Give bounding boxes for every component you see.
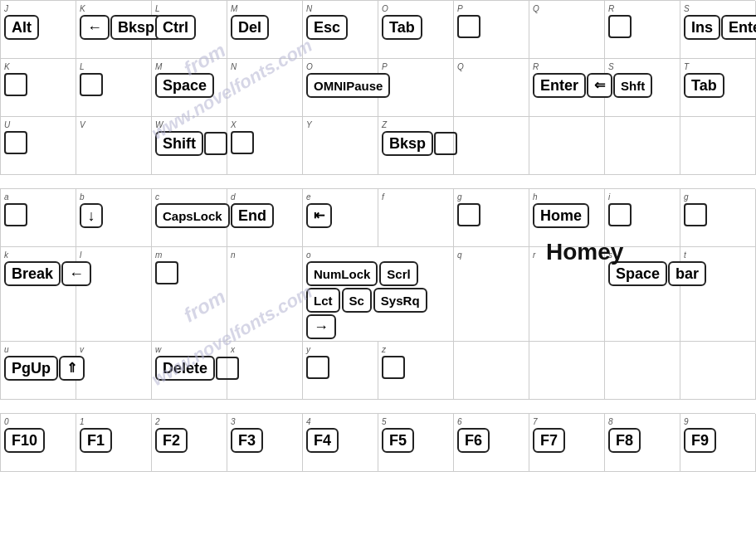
cell-label-X3: X [231,120,237,129]
key-ctrl[interactable]: Ctrl [155,15,196,40]
cell-N: N Esc [303,1,378,59]
cell-s2: s Space bar [605,247,680,342]
cell-label-d: d [231,192,236,202]
key-tab-arrow[interactable]: ⇤ [306,203,332,228]
key-shift-W3[interactable]: Shift [155,131,203,156]
key-F8[interactable]: F8 [608,428,641,453]
cell-label-M2: M [155,62,162,71]
key-empty-P [457,15,480,38]
key-leftarrow[interactable]: ← [80,15,110,40]
cell-L2: L [76,59,152,117]
cell-empty-u3b [529,342,605,400]
key-empty-g [457,203,480,226]
key-tab-cut[interactable]: Tab [684,73,724,98]
cell-N2: N [227,59,303,117]
cell-label-P2: P [382,62,388,71]
key-empty-g2 [684,203,707,226]
cell-label-P: P [457,4,463,13]
cell-K: K ← Bksp [76,1,152,59]
cell-label-N2: N [231,62,237,71]
key-sc[interactable]: Sc [342,288,372,313]
key-delete-w3[interactable]: Delete [155,356,215,381]
cell-label-n2: n [231,250,236,260]
cell-label-z3: z [382,345,386,354]
key-home[interactable]: Home [533,203,589,228]
cell-label-v3: v [80,345,84,354]
key-right-arrow[interactable]: → [306,314,336,339]
cell-Q: Q [529,1,605,59]
cell-empty-3d [680,117,756,175]
cell-O2: O OMNIPause [303,59,378,117]
key-scrl[interactable]: Scrl [379,261,417,286]
cell-label-3: 3 [231,417,236,426]
key-capslock[interactable]: CapsLock [155,203,230,228]
key-F2[interactable]: F2 [155,428,188,453]
key-down-arrow[interactable]: ↓ [80,203,103,228]
key-F7[interactable]: F7 [533,428,565,453]
cell-label-6: 6 [457,417,462,426]
cell-label-U3: U [4,120,10,129]
key-sysrq[interactable]: SysRq [373,288,427,313]
cell-label-L2: L [80,62,85,71]
cell-5: 5 F5 [378,414,454,472]
cell-2: 2 F2 [152,414,227,472]
key-empty-a [4,203,27,226]
key-F10[interactable]: F10 [4,428,45,453]
cell-i: i [605,189,680,247]
cell-label-y3: y [306,345,310,354]
section-fkeys: 0 F10 1 F1 2 F2 3 F3 4 F4 5 F5 6 F6 7 F7 [0,413,755,472]
cell-label-k2: k [4,250,8,260]
key-space-M2[interactable]: Space [155,73,214,98]
cell-t2: t [680,247,756,342]
cell-label-V3: V [80,120,85,129]
cell-T2: T Tab [680,59,756,117]
key-del[interactable]: Del [231,15,269,40]
key-bksp-Z3[interactable]: Bksp [382,131,433,156]
cell-label-m2: m [155,250,162,260]
cell-label-K2: K [4,62,10,71]
key-space-s2[interactable]: Space [608,261,667,286]
section-uppercase: J Alt K ← Bksp L Ctrl M Del N Esc O Tab … [0,0,755,175]
cell-label-t2: t [684,250,686,260]
cell-empty-3c [605,117,680,175]
cell-label-c: c [155,192,159,202]
key-enter-R2[interactable]: Enter [533,73,586,98]
cell-M: M Del [227,1,303,59]
key-F1[interactable]: F1 [80,428,112,453]
key-pgup[interactable]: PgUp [4,356,58,381]
cell-1: 1 F1 [76,414,152,472]
cell-r2: r [529,247,605,342]
key-F9[interactable]: F9 [684,428,716,453]
cell-empty-u3c [605,342,680,400]
key-numlock[interactable]: NumLock [306,261,378,286]
cell-8: 8 F8 [605,414,680,472]
cell-label-0: 0 [4,417,9,426]
key-esc[interactable]: Esc [306,15,348,40]
key-break[interactable]: Break [4,261,61,286]
key-F6[interactable]: F6 [457,428,490,453]
key-alt[interactable]: Alt [4,15,39,40]
cell-label-J: J [4,4,8,13]
cell-S: S Ins Ente [680,1,756,59]
key-end[interactable]: End [231,203,274,228]
cell-label-L: L [155,4,160,13]
cell-label-g2: g [684,192,689,202]
cell-J: J Alt [1,1,76,59]
key-F4[interactable]: F4 [306,428,339,453]
key-tab-O[interactable]: Tab [382,15,422,40]
cell-R2: R Enter ⇐ Shft [529,59,605,117]
cell-6: 6 F6 [454,414,529,472]
key-F5[interactable]: F5 [382,428,414,453]
cell-label-i: i [608,192,610,202]
cell-label-S2: S [608,62,614,71]
cell-label-1: 1 [80,417,85,426]
cell-7: 7 F7 [529,414,605,472]
key-ins[interactable]: Ins [684,15,720,40]
key-F3[interactable]: F3 [231,428,263,453]
cell-label-R2: R [533,62,539,71]
cell-label-x3: x [231,345,235,354]
cell-a: a [1,189,76,247]
key-lct[interactable]: Lct [306,288,340,313]
key-enter-cut[interactable]: Ente [721,15,756,40]
cell-label-8: 8 [608,417,613,426]
